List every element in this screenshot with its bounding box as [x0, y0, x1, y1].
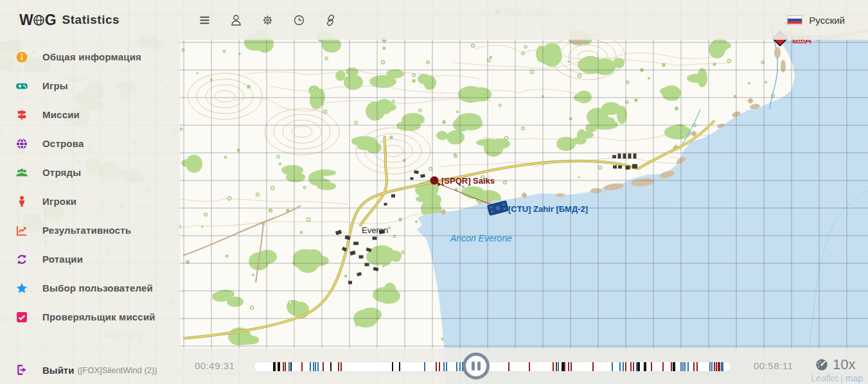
settings-icon[interactable] [260, 13, 274, 27]
timeline-event-tick [290, 362, 292, 371]
timeline-event-tick [556, 362, 557, 371]
top-nav-icons [180, 13, 337, 27]
sidebar-item-users[interactable]: Отряды [0, 158, 180, 187]
timeline-event-tick [644, 362, 646, 371]
timeline-event-tick [619, 362, 621, 371]
timeline-event-tick [288, 362, 290, 371]
sidebar: W G Statistics Общая информация Игры Мис… [0, 0, 180, 384]
speed-label: 10x [833, 356, 855, 373]
language-selector[interactable]: Русский [787, 15, 868, 26]
sidebar-item-star[interactable]: Выбор пользователей [0, 274, 180, 302]
timeline-event-tick [671, 362, 672, 371]
russian-flag-icon [787, 15, 802, 25]
language-label: Русский [809, 15, 845, 26]
timeline-event-tick [639, 362, 640, 371]
timeline-event-tick [341, 362, 342, 371]
sidebar-item-globe[interactable]: Острова [0, 129, 180, 158]
timeline-event-tick [436, 362, 437, 371]
timeline-event-tick [684, 362, 686, 371]
user-icon[interactable] [229, 13, 243, 27]
timeline-event-tick [283, 362, 284, 371]
gamepad-icon [15, 80, 28, 92]
timeline-event-tick [568, 362, 569, 371]
sync-icon [15, 253, 28, 266]
info-icon [15, 51, 28, 64]
timeline-event-tick [529, 362, 530, 371]
sidebar-item-gamepad[interactable]: Игры [0, 71, 180, 100]
app-title: Statistics [62, 13, 120, 27]
sidebar-item-label: Миссии [42, 109, 80, 120]
sidebar-item-label: Общая информация [42, 51, 141, 62]
logo-mark: W G [19, 12, 56, 29]
timeline-event-tick [313, 362, 314, 371]
map-label: Everon [362, 225, 388, 235]
svg-text:[CTU] Zahir [БМД-2]: [CTU] Zahir [БМД-2] [508, 204, 588, 214]
timeline-event-tick [722, 362, 723, 371]
timeline-event-tick [443, 362, 445, 371]
timeline-event-tick [399, 362, 400, 371]
sidebar-item-label: Отряды [42, 167, 81, 178]
timeline-event-tick [508, 362, 509, 371]
timeline-event-tick [709, 362, 711, 371]
timeline-event-tick [338, 362, 339, 371]
timeline-event-tick [317, 362, 319, 371]
timeline-event-tick [623, 362, 624, 371]
sidebar-item-checkbox[interactable]: Проверяльщик миссий [0, 302, 180, 331]
timeline-event-tick [553, 362, 554, 371]
timeline-seekbar[interactable] [254, 362, 731, 372]
timeline-event-tick [558, 362, 559, 371]
sidebar-item-chart[interactable]: Результативность [0, 216, 180, 245]
svg-text:[SPQR] Saiks: [SPQR] Saiks [441, 176, 495, 186]
playback-speed[interactable]: 10x [815, 356, 855, 373]
menu-icon[interactable] [197, 13, 211, 27]
link-icon[interactable] [323, 13, 337, 27]
sidebar-item-label: Результативность [42, 225, 131, 236]
timeline-event-tick [459, 362, 461, 371]
app-logo[interactable]: W G Statistics [0, 0, 180, 40]
timeline-event-tick [682, 362, 684, 371]
total-time: 00:58:11 [754, 360, 793, 371]
sidebar-item-label: Проверяльщик миссий [42, 311, 155, 322]
map-attribution[interactable]: Leaflet | map [811, 373, 863, 383]
pause-button[interactable] [463, 353, 490, 380]
top-bar: Русский [180, 0, 868, 40]
chart-icon [15, 224, 28, 237]
timeline-event-tick [633, 362, 634, 371]
sidebar-item-signpost[interactable]: Миссии [0, 100, 180, 129]
sidebar-item-label: Игры [42, 80, 68, 91]
timeline-event-tick [687, 362, 689, 371]
timeline-bar: 00:49:31 00:58:11 10x Leaflet | map [180, 348, 868, 384]
timeline-event-tick [711, 362, 713, 371]
timeline-event-tick [456, 362, 457, 371]
timeline-event-tick [719, 362, 720, 371]
timeline-event-tick [330, 362, 332, 371]
timeline-event-tick [571, 362, 572, 371]
timeline-event-tick [278, 362, 280, 371]
history-icon[interactable] [292, 13, 306, 27]
star-icon [15, 282, 28, 295]
timeline-event-tick [392, 362, 393, 371]
pause-bar-icon [477, 362, 481, 371]
timeline-event-tick [564, 362, 565, 371]
checkbox-icon [15, 311, 28, 324]
timeline-event-tick [285, 362, 286, 371]
timeline-event-tick [662, 362, 664, 371]
speedometer-icon [815, 358, 829, 372]
timeline-event-tick [323, 362, 324, 371]
sidebar-item-info[interactable]: Общая информация [0, 42, 180, 71]
timeline-event-tick [273, 362, 276, 371]
sidebar-item-label: Острова [42, 138, 84, 149]
timeline-event-tick [310, 362, 311, 371]
timeline-event-tick [315, 362, 316, 371]
map-label: Ancon Everone [450, 233, 512, 243]
sidebar-item-logout[interactable]: Выйти ([FOX]SilentWind (2)) [0, 356, 180, 384]
timeline-event-tick [446, 362, 447, 371]
sidebar-item-person[interactable]: Игроки [0, 187, 180, 216]
timeline-event-tick [714, 362, 715, 371]
sidebar-item-sync[interactable]: Ротации [0, 245, 180, 274]
timeline-event-tick [696, 362, 698, 371]
sidebar-item-label: Ротации [42, 254, 83, 265]
current-time: 00:49:31 [195, 360, 235, 371]
timeline-event-tick [630, 362, 632, 371]
timeline-event-tick [651, 362, 652, 371]
